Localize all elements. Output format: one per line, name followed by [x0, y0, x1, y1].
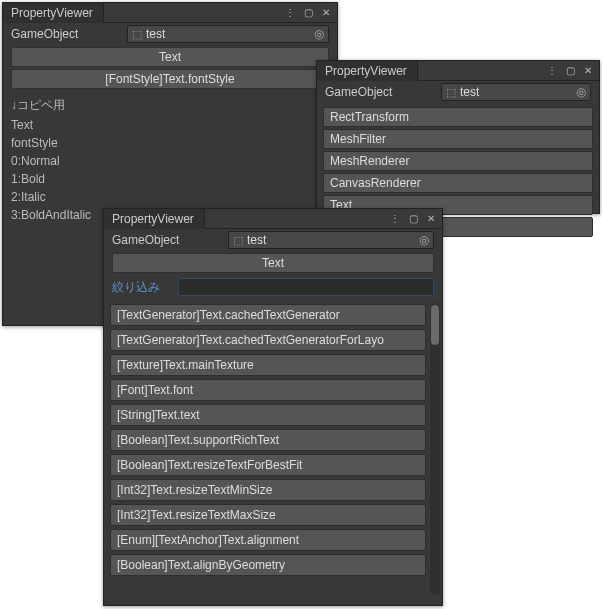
component-button[interactable]: Text: [112, 253, 434, 273]
object-picker-icon[interactable]: ◎: [576, 85, 586, 99]
titlebar-icons: ⋮ ▢ ✕: [388, 212, 442, 226]
property-item[interactable]: [Boolean]Text.supportRichText: [110, 429, 426, 451]
component-item[interactable]: CanvasRenderer: [323, 173, 593, 193]
panel-tab[interactable]: PropertyViewer: [317, 61, 418, 81]
close-icon[interactable]: ✕: [424, 212, 438, 226]
filter-label: 絞り込み: [112, 279, 172, 296]
property-item[interactable]: [String]Text.text: [110, 404, 426, 426]
object-picker-icon[interactable]: ◎: [314, 27, 324, 41]
list-item: fontStyle: [11, 134, 329, 152]
cube-icon: ⬚: [233, 234, 243, 247]
property-item[interactable]: [TextGenerator]Text.cachedTextGeneratorF…: [110, 329, 426, 351]
gameobject-value: test: [247, 233, 266, 247]
gameobject-row: GameObject ⬚ test ◎: [317, 81, 599, 103]
gameobject-value: test: [146, 27, 165, 41]
component-item[interactable]: MeshRenderer: [323, 151, 593, 171]
property-item[interactable]: [Font]Text.font: [110, 379, 426, 401]
property-item[interactable]: [Boolean]Text.resizeTextForBestFit: [110, 454, 426, 476]
selected-property-button[interactable]: [FontStyle]Text.fontStyle: [11, 69, 329, 89]
property-list: [TextGenerator]Text.cachedTextGenerator …: [104, 299, 442, 599]
gameobject-field[interactable]: ⬚ test ◎: [228, 231, 434, 249]
scrollbar[interactable]: [430, 303, 440, 595]
gameobject-row: GameObject ⬚ test ◎: [3, 23, 337, 45]
list-item: 2:Italic: [11, 188, 329, 206]
list-item: 1:Bold: [11, 170, 329, 188]
filter-row: 絞り込み: [104, 275, 442, 299]
menu-icon[interactable]: ⋮: [545, 64, 559, 78]
component-item[interactable]: RectTransform: [323, 107, 593, 127]
cube-icon: ⬚: [132, 28, 142, 41]
gameobject-label: GameObject: [325, 85, 435, 99]
panel-tab[interactable]: PropertyViewer: [3, 3, 104, 23]
popout-icon[interactable]: ▢: [563, 64, 577, 78]
property-item[interactable]: [Int32]Text.resizeTextMinSize: [110, 479, 426, 501]
list-item: ↓コピペ用: [11, 95, 329, 116]
gameobject-label: GameObject: [11, 27, 121, 41]
filter-input[interactable]: [178, 278, 434, 296]
property-item[interactable]: [Boolean]Text.alignByGeometry: [110, 554, 426, 576]
titlebar: PropertyViewer ⋮ ▢ ✕: [317, 61, 599, 81]
property-item[interactable]: [Int32]Text.resizeTextMaxSize: [110, 504, 426, 526]
gameobject-field[interactable]: ⬚ test ◎: [441, 83, 591, 101]
gameobject-value: test: [460, 85, 479, 99]
object-picker-icon[interactable]: ◎: [419, 233, 429, 247]
property-item[interactable]: [TextGenerator]Text.cachedTextGenerator: [110, 304, 426, 326]
list-item: Text: [11, 116, 329, 134]
component-button[interactable]: Text: [11, 47, 329, 67]
titlebar-icons: ⋮ ▢ ✕: [545, 64, 599, 78]
close-icon[interactable]: ✕: [581, 64, 595, 78]
popout-icon[interactable]: ▢: [406, 212, 420, 226]
property-viewer-panel-2: PropertyViewer ⋮ ▢ ✕ GameObject ⬚ test ◎…: [316, 60, 600, 214]
close-icon[interactable]: ✕: [319, 6, 333, 20]
property-viewer-panel-3: PropertyViewer ⋮ ▢ ✕ GameObject ⬚ test ◎…: [103, 208, 443, 606]
property-item[interactable]: [Enum][TextAnchor]Text.alignment: [110, 529, 426, 551]
panel-tab[interactable]: PropertyViewer: [104, 209, 205, 229]
component-item[interactable]: MeshFilter: [323, 129, 593, 149]
cube-icon: ⬚: [446, 86, 456, 99]
titlebar: PropertyViewer ⋮ ▢ ✕: [3, 3, 337, 23]
menu-icon[interactable]: ⋮: [283, 6, 297, 20]
gameobject-field[interactable]: ⬚ test ◎: [127, 25, 329, 43]
gameobject-row: GameObject ⬚ test ◎: [104, 229, 442, 251]
list-item: 0:Normal: [11, 152, 329, 170]
titlebar: PropertyViewer ⋮ ▢ ✕: [104, 209, 442, 229]
scroll-thumb[interactable]: [431, 305, 439, 345]
popout-icon[interactable]: ▢: [301, 6, 315, 20]
titlebar-icons: ⋮ ▢ ✕: [283, 6, 337, 20]
gameobject-label: GameObject: [112, 233, 222, 247]
property-item[interactable]: [Texture]Text.mainTexture: [110, 354, 426, 376]
menu-icon[interactable]: ⋮: [388, 212, 402, 226]
